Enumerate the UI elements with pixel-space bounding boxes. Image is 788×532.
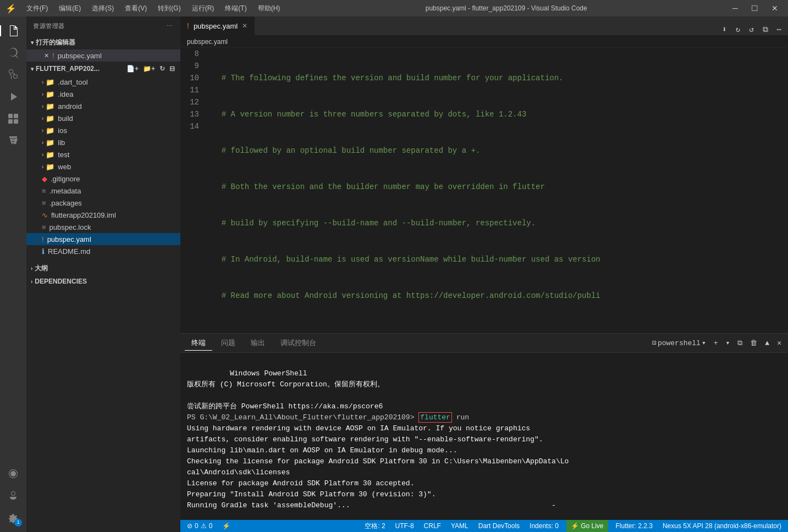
file-name: .metadata xyxy=(49,187,81,195)
file-readme[interactable]: ℹ README.md xyxy=(26,245,180,257)
status-indents[interactable]: Indents: 0 xyxy=(527,520,561,532)
split-terminal-button[interactable]: ⧉ xyxy=(735,338,745,348)
sidebar-actions[interactable]: ⋯ xyxy=(166,21,174,31)
tab-pubspec-yaml[interactable]: ! pubspec.yaml ✕ xyxy=(180,16,255,35)
editor-scrollbar[interactable] xyxy=(781,48,788,333)
activity-account[interactable] xyxy=(3,486,23,506)
warning-count: 0 xyxy=(209,522,213,530)
status-errors[interactable]: ⊘ 0 ⚠ 0 xyxy=(185,520,214,532)
status-encoding[interactable]: UTF-8 xyxy=(393,520,416,532)
minimize-button[interactable]: ─ xyxy=(728,3,742,14)
terminal-tab-terminal[interactable]: 终端 xyxy=(185,336,212,351)
maximize-button[interactable]: ☐ xyxy=(747,3,763,14)
status-dart-devtools[interactable]: Dart DevTools xyxy=(476,520,522,532)
folder-build[interactable]: › 📁 build xyxy=(26,112,180,124)
back-icon[interactable]: ↺ xyxy=(747,24,756,35)
file-metadata[interactable]: ≡ .metadata xyxy=(26,185,180,197)
folder-test[interactable]: › 📁 test xyxy=(26,148,180,160)
more-actions-icon[interactable]: ⋯ xyxy=(775,24,784,35)
spaces-label: 空格: 2 xyxy=(365,522,385,531)
status-lightning[interactable]: ⚡ xyxy=(220,520,233,532)
menu-view[interactable]: 查看(V) xyxy=(120,3,151,14)
folder-idea[interactable]: › 📁 .idea xyxy=(26,88,180,100)
activity-settings[interactable]: 1 xyxy=(3,508,23,528)
close-icon[interactable]: ✕ xyxy=(44,52,49,59)
open-editors-group[interactable]: ▾ 打开的编辑器 xyxy=(26,36,180,49)
folder-ios[interactable]: › 📁 ios xyxy=(26,124,180,136)
file-pubspec-lock[interactable]: ≡ pubspec.lock xyxy=(26,221,180,233)
terminal-tab-debug[interactable]: 调试控制台 xyxy=(274,336,323,350)
delete-terminal-button[interactable]: 🗑 xyxy=(748,338,759,348)
terminal-tab-problems[interactable]: 问题 xyxy=(214,336,242,350)
activity-remote[interactable] xyxy=(3,464,23,484)
code-line-12: # build by specifying --build-name and -… xyxy=(212,217,781,229)
close-terminal-button[interactable]: ✕ xyxy=(775,337,784,348)
open-editor-pubspec[interactable]: ✕ ! pubspec.yaml xyxy=(26,49,180,62)
code-line-8: # The following defines the version and … xyxy=(212,72,781,84)
terminal-tab-output[interactable]: 输出 xyxy=(244,336,272,350)
terminal-content[interactable]: Windows PowerShell 版权所有 (C) Microsoft Co… xyxy=(180,353,788,520)
go-live-label: ⚡ Go Live xyxy=(571,522,604,530)
breadcrumb: pubspec.yaml xyxy=(180,36,788,48)
project-root-group[interactable]: ▾ FLUTTER_APP202... 📄+ 📁+ ↻ ⊟ xyxy=(26,62,180,76)
window-controls[interactable]: ─ ☐ ✕ xyxy=(728,3,783,14)
file-name: pubspec.lock xyxy=(49,223,91,231)
maximize-terminal-button[interactable]: ▲ xyxy=(763,338,772,348)
tab-close-button[interactable]: ✕ xyxy=(242,22,247,30)
outline-group[interactable]: › 大纲 xyxy=(26,262,180,275)
menu-goto[interactable]: 转到(G) xyxy=(153,3,185,14)
svg-rect-2 xyxy=(8,119,13,124)
file-name: pubspec.yaml xyxy=(47,235,91,243)
editor-area: ! pubspec.yaml ✕ ⬇ ↻ ↺ ⧉ ⋯ pubspec.yaml xyxy=(180,16,788,532)
activity-testing[interactable] xyxy=(3,131,23,151)
menu-run[interactable]: 运行(R) xyxy=(188,3,219,14)
collapse-btn[interactable]: ⊟ xyxy=(168,64,176,74)
lock-icon: ≡ xyxy=(42,223,46,231)
status-spaces[interactable]: 空格: 2 xyxy=(362,520,387,532)
terminal-line-10: License for package Android SDK Platform… xyxy=(187,479,414,487)
refresh-btn[interactable]: ↻ xyxy=(158,64,166,74)
chevron-down-icon[interactable]: ▾ xyxy=(724,337,732,348)
new-file-btn[interactable]: 📄+ xyxy=(125,64,140,74)
activity-extensions[interactable] xyxy=(3,109,23,129)
status-go-live[interactable]: ⚡ Go Live xyxy=(566,520,608,532)
status-bar: ⊘ 0 ⚠ 0 ⚡ 空格: 2 UTF-8 CRLF xyxy=(180,520,788,532)
file-iml[interactable]: ∿ flutterapp202109.iml xyxy=(26,209,180,221)
menu-help[interactable]: 帮助(H) xyxy=(254,3,285,14)
code-lines[interactable]: # The following defines the version and … xyxy=(208,48,781,333)
activity-search[interactable] xyxy=(3,43,23,63)
menu-file[interactable]: 文件(F) xyxy=(22,3,52,14)
line-num-9: 9 xyxy=(180,60,199,72)
split-editor-icon[interactable]: ⧉ xyxy=(761,24,770,35)
folder-name: test xyxy=(58,151,69,159)
folder-dart-tool[interactable]: › 📁 .dart_tool xyxy=(26,76,180,88)
add-terminal-button[interactable]: + xyxy=(712,338,720,348)
download-icon[interactable]: ⬇ xyxy=(720,24,729,35)
menu-bar[interactable]: 文件(F) 编辑(E) 选择(S) 查看(V) 转到(G) 运行(R) 终端(T… xyxy=(22,3,284,14)
new-folder-btn[interactable]: 📁+ xyxy=(142,64,156,74)
folder-web[interactable]: › 📁 web xyxy=(26,160,180,173)
activity-run-debug[interactable] xyxy=(3,87,23,107)
line-num-13: 13 xyxy=(180,108,199,120)
activity-explorer[interactable] xyxy=(3,21,23,41)
activity-source-control[interactable] xyxy=(3,65,23,85)
menu-terminal[interactable]: 终端(T) xyxy=(221,3,251,14)
new-file-icon[interactable]: ⋯ xyxy=(166,21,174,31)
status-flutter[interactable]: Flutter: 2.2.3 xyxy=(614,520,655,532)
code-editor[interactable]: 8 9 10 11 12 13 14 # The following defin… xyxy=(180,48,781,333)
status-language[interactable]: YAML xyxy=(449,520,471,532)
refresh-icon[interactable]: ↻ xyxy=(734,24,742,35)
file-gitignore[interactable]: ◆ .gitignore xyxy=(26,173,180,185)
menu-edit[interactable]: 编辑(E) xyxy=(54,3,85,14)
status-device[interactable]: Nexus 5X API 28 (android-x86-emulator) xyxy=(660,520,784,532)
folder-android[interactable]: › 📁 android xyxy=(26,100,180,112)
svg-rect-0 xyxy=(8,114,13,118)
file-packages[interactable]: ≡ .packages xyxy=(26,197,180,209)
iml-icon: ∿ xyxy=(42,211,48,219)
close-button[interactable]: ✕ xyxy=(767,3,783,14)
menu-select[interactable]: 选择(S) xyxy=(87,3,118,14)
status-line-ending[interactable]: CRLF xyxy=(422,520,443,532)
file-pubspec-yaml[interactable]: ! pubspec.yaml xyxy=(26,233,180,245)
folder-lib[interactable]: › 📁 lib xyxy=(26,136,180,148)
dependencies-group[interactable]: › DEPENDENCIES xyxy=(26,275,180,287)
